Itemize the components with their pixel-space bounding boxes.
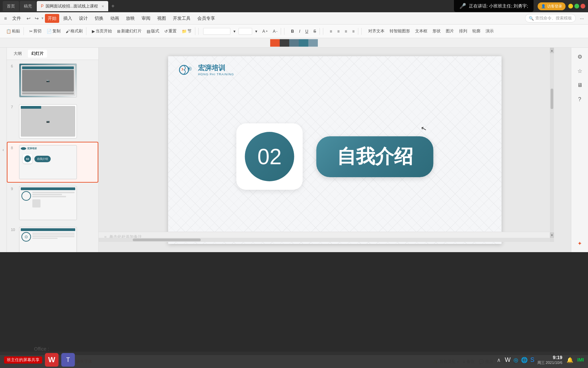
align-justify-btn[interactable]: ≡ [350,28,357,35]
scroll-down-btn[interactable]: ▼ [550,232,554,238]
undo-icon[interactable]: ↩ [25,14,32,22]
slide-thumb-6[interactable]: 6 📷 [7,60,98,101]
slide-thumb-7[interactable]: 7 📷 [7,101,98,142]
arrange-btn[interactable]: 排列 [457,27,469,35]
menu-view[interactable]: 视图 [154,14,169,23]
slide-mini-9 [19,186,77,220]
align-center-btn[interactable]: ≡ [335,28,342,35]
slide-thumb-10[interactable]: 10 ⊙ [7,224,98,252]
tab-add-btn[interactable]: + [109,2,117,10]
slide-thumb-9[interactable]: 9 [7,183,98,224]
underline-btn[interactable]: U [303,28,310,35]
sep-2 [284,28,284,35]
cut-btn[interactable]: ✂ 剪切 [27,27,44,35]
right-sidebar: ⚙ ☆ 🖥 ? ✦ [571,48,588,252]
new-slide-btn[interactable]: ⊞ 新建幻灯片 [115,27,144,35]
reset-icon: ↺ [164,29,168,34]
section-btn[interactable]: 📁 节 [180,27,194,35]
sidebar-collapse-btn[interactable]: ‹ [0,48,7,252]
tab-draft[interactable]: 稿壳 [20,1,36,11]
maximize-btn[interactable] [574,4,579,9]
slide-thumb-8[interactable]: 8 宏湃培训 02 自我介绍 [7,142,98,183]
current-page-btn[interactable]: ▶ 当页开始 [90,27,114,35]
font-size-input[interactable] [239,28,252,35]
menu-design[interactable]: 设计 [76,14,91,23]
rs-help-btn[interactable]: ? [574,93,586,106]
vertical-scrollbar[interactable] [550,48,554,242]
taskbar-live-icon[interactable]: ◎ [513,357,518,363]
text-box-btn[interactable]: 文本框 [413,27,429,35]
taskbar-sougou-icon[interactable]: S [530,356,535,364]
menu-animation[interactable]: 动画 [108,14,122,23]
minimize-btn[interactable] [568,4,573,9]
size-dropdown-btn[interactable]: ▾ [253,28,259,35]
slide-mini-7: 📷 [19,105,77,138]
color-swatch-1[interactable] [270,39,280,47]
menu-member[interactable]: 会员专享 [195,14,218,23]
format-btn[interactable]: 🖌 格式刷 [64,27,85,35]
slide-mini-8: 宏湃培训 02 自我介绍 [19,145,77,179]
taskbar-arrow-up[interactable]: ∧ [495,355,502,365]
menu-file[interactable]: 文件 [10,14,24,23]
decrease-font-btn[interactable]: A- [271,28,279,35]
tab-doc[interactable]: P 国网面试校招...面试线上课程 ✕ [37,1,108,11]
slide-main-content: 02 自我介绍 [236,123,434,190]
rs-screen-btn[interactable]: 🖥 [574,79,586,91]
menu-devtools[interactable]: 开发工具 [170,14,193,23]
font-name-input[interactable] [203,28,230,35]
align-right-btn[interactable]: ≡ [343,28,349,35]
image-btn[interactable]: 图片 [444,27,456,35]
screen-share-text: 班主任的屏幕共享 [7,357,39,363]
taskbar-teams[interactable]: T [61,353,75,367]
taskbar-wps-word[interactable]: W [45,353,59,367]
color-swatch-5[interactable] [308,39,318,47]
align-left-btn[interactable]: ≡ [328,28,334,35]
smart-shape-btn[interactable]: 转智能图形 [388,27,412,35]
paste-group: 📋 粘贴 [3,27,24,35]
scroll-up-btn[interactable]: ▲ [550,48,554,53]
tab-close-btn[interactable]: ✕ [101,4,104,8]
outline-btn[interactable]: 轮廓 [470,27,483,35]
color-swatch-3[interactable] [289,39,299,47]
color-swatch-4[interactable] [299,39,308,47]
login-button[interactable]: 👤 访客登录 [538,2,566,10]
paste-btn[interactable]: 📋 粘贴 [4,27,22,35]
hamburger-icon[interactable]: ≡ [3,14,8,22]
rs-star-btn[interactable]: ☆ [574,65,586,77]
canvas-area[interactable]: 宏湃培训 HONG PAI TRAINING 02 自我介绍 ↖ ≡ [99,48,571,252]
logo-text: 宏湃培训 HONG PAI TRAINING [198,63,234,76]
rs-settings-btn[interactable]: ⚙ [574,50,586,63]
increase-font-btn[interactable]: A+ [260,28,270,35]
slides-tab[interactable]: 幻灯片 [28,50,47,58]
reset-btn[interactable]: ↺ 重置 [162,27,179,35]
close-btn[interactable] [581,4,585,9]
taskbar-browser-icon[interactable]: 🌐 [521,357,528,363]
menu-insert[interactable]: 插入 [61,14,75,23]
present-btn[interactable]: 演示 [484,27,496,35]
strikethrough-btn[interactable]: S [311,28,318,35]
notification-icon[interactable]: 🔔 [565,355,575,365]
svg-point-1 [187,66,192,71]
bold-btn[interactable]: B [289,28,296,35]
taskbar-wps-green[interactable]: IMI [577,357,584,363]
align-text-btn[interactable]: 对齐文本 [366,27,387,35]
menu-review[interactable]: 审阅 [139,14,153,23]
tab-home[interactable]: 首页 [3,1,19,11]
horizontal-scrollbar[interactable] [99,238,554,242]
menu-slideshow[interactable]: 放映 [123,14,137,23]
color-swatch-2[interactable] [280,39,289,47]
menu-transition[interactable]: 切换 [92,14,106,23]
tab-home-label: 首页 [7,3,15,9]
shape-btn[interactable]: 形状 [430,27,443,35]
taskbar-wps-icon[interactable]: W [505,356,511,364]
italic-btn[interactable]: I [297,28,302,35]
redo-icon[interactable]: ↪ [33,14,40,22]
rs-ai-btn[interactable]: ✦ [574,237,586,249]
slide-logo: 宏湃培训 HONG PAI TRAINING [178,63,234,77]
layout-btn[interactable]: ▤ 版式 [145,27,161,35]
menu-search-box[interactable]: 🔍 查找命令、搜索模板 [525,14,576,22]
menu-home[interactable]: 开始 [45,14,59,23]
outline-tab[interactable]: 大纲 [10,50,25,58]
copy-btn[interactable]: 📄 复制 [45,27,63,35]
font-dropdown-btn[interactable]: ▾ [231,28,238,35]
